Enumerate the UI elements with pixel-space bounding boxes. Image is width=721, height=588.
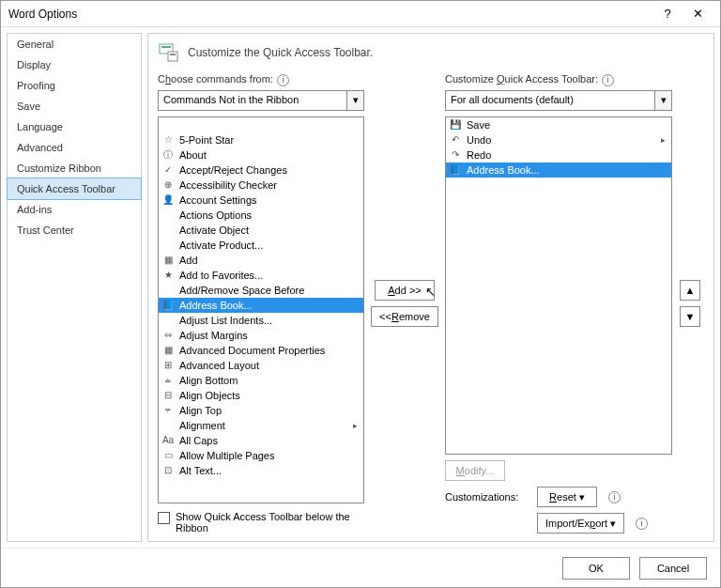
list-item[interactable]: 📘Address Book... (446, 162, 671, 178)
list-separator[interactable] (159, 117, 363, 132)
close-button[interactable]: ✕ (683, 7, 713, 21)
command-icon (161, 209, 176, 222)
command-icon (161, 224, 176, 237)
ok-button[interactable]: OK (562, 557, 630, 580)
command-label: Add/Remove Space Before (179, 285, 304, 296)
command-icon: ✓ (161, 163, 176, 177)
list-item[interactable]: ⫨Align Bottom (159, 373, 363, 388)
command-label: Redo (467, 149, 491, 161)
command-icon: ⓘ (161, 148, 176, 162)
list-item[interactable]: Activate Object (159, 223, 363, 238)
reset-button[interactable]: Reset ▾ (537, 487, 597, 507)
list-item[interactable]: ⫧Align Top (159, 403, 363, 418)
customize-qat-combo[interactable]: For all documents (default) ▾ (445, 90, 672, 111)
list-item[interactable]: 📘Address Book... (159, 298, 363, 313)
command-label: Actions Options (179, 209, 252, 221)
sidebar-item-customize-ribbon[interactable]: Customize Ribbon (8, 158, 141, 178)
info-icon[interactable]: i (277, 74, 289, 86)
list-item[interactable]: ↶Undo▸ (446, 132, 671, 147)
chevron-down-icon: ▾ (654, 91, 671, 110)
list-item[interactable]: ▭Allow Multiple Pages (159, 448, 363, 463)
list-item[interactable]: ★Add to Favorites... (159, 268, 363, 283)
command-label: Activate Object (179, 224, 249, 236)
command-label: Adjust List Indents... (179, 315, 272, 326)
list-item[interactable]: Add/Remove Space Before (159, 283, 363, 298)
command-icon (161, 419, 176, 432)
command-label: 5-Point Star (179, 134, 234, 146)
list-item[interactable]: AaAll Caps (159, 433, 363, 448)
command-label: Alt Text... (179, 465, 222, 476)
submenu-arrow-icon: ▸ (661, 135, 666, 145)
move-down-button[interactable]: ▼ (680, 306, 700, 327)
command-icon: ⫨ (161, 374, 176, 387)
svg-rect-2 (168, 52, 177, 61)
command-label: Address Book... (467, 164, 540, 176)
list-item[interactable]: Actions Options (159, 208, 363, 223)
command-label: Address Book... (179, 300, 253, 311)
list-item[interactable]: ▦Advanced Document Properties (159, 343, 363, 358)
show-below-ribbon-checkbox[interactable]: Show Quick Access Toolbar below the Ribb… (158, 511, 364, 534)
customizations-label: Customizations: (445, 491, 529, 503)
svg-rect-3 (170, 54, 176, 55)
caret-down-icon: ▾ (610, 518, 616, 530)
help-button[interactable]: ? (652, 7, 683, 21)
command-label: All Caps (179, 435, 218, 446)
choose-commands-combo[interactable]: Commands Not in the Ribbon ▾ (158, 90, 364, 111)
info-icon[interactable]: i (608, 491, 621, 503)
command-icon (161, 314, 176, 327)
command-icon: ▦ (161, 254, 176, 267)
list-item[interactable]: ☆5-Point Star (159, 132, 363, 147)
commands-source-column: Choose commands from:i Commands Not in t… (158, 73, 364, 534)
list-item[interactable]: 💾Save (446, 117, 671, 132)
sidebar-item-save[interactable]: Save (8, 96, 141, 116)
list-item[interactable]: ⇔Adjust Margins (159, 328, 363, 343)
command-icon: ↷ (448, 148, 463, 162)
titlebar: Word Options ? ✕ (1, 1, 720, 27)
sidebar-item-general[interactable]: General (8, 34, 141, 54)
list-item[interactable]: ✓Accept/Reject Changes (159, 162, 363, 178)
list-item[interactable]: ⊟Align Objects (159, 388, 363, 403)
import-export-button[interactable]: Import/Export ▾ (537, 513, 624, 534)
word-options-dialog: Word Options ? ✕ GeneralDisplayProofingS… (0, 0, 721, 588)
list-item[interactable]: ⊡Alt Text... (159, 463, 363, 478)
move-up-button[interactable]: ▲ (680, 280, 700, 301)
command-label: Align Top (179, 405, 222, 416)
list-item[interactable]: Activate Product... (159, 238, 363, 253)
add-button[interactable]: Add >>↖ (375, 280, 435, 301)
command-label: Advanced Layout (179, 360, 259, 371)
command-icon: ▭ (161, 449, 176, 462)
svg-rect-1 (161, 46, 171, 48)
sidebar-item-add-ins[interactable]: Add-ins (8, 199, 141, 220)
command-label: Alignment (179, 420, 225, 431)
list-item[interactable]: ⊞Advanced Layout (159, 358, 363, 373)
cancel-button[interactable]: Cancel (639, 557, 707, 580)
command-icon: 💾 (448, 118, 463, 132)
qat-header-icon (158, 41, 180, 64)
remove-button[interactable]: << Remove (371, 306, 438, 327)
command-label: Advanced Document Properties (179, 345, 325, 356)
list-item[interactable]: ▦Add (159, 253, 363, 268)
sidebar-item-advanced[interactable]: Advanced (8, 137, 141, 158)
info-icon[interactable]: i (636, 518, 648, 530)
list-item[interactable]: ⓘAbout (159, 147, 363, 162)
command-icon: ⊕ (161, 178, 176, 192)
command-label: About (179, 149, 207, 161)
list-item[interactable]: Alignment▸ (159, 418, 363, 433)
list-item[interactable]: ⊕Accessibility Checker (159, 178, 363, 193)
list-item[interactable]: ↷Redo (446, 147, 671, 162)
command-icon: ⫧ (161, 404, 176, 417)
sidebar-item-language[interactable]: Language (8, 116, 141, 137)
sidebar-item-quick-access-toolbar[interactable]: Quick Access Toolbar (7, 178, 142, 200)
sidebar-item-trust-center[interactable]: Trust Center (8, 220, 141, 240)
list-item[interactable]: 👤Account Settings (159, 193, 363, 208)
list-item[interactable]: Adjust List Indents... (159, 313, 363, 328)
sidebar-item-display[interactable]: Display (8, 54, 141, 75)
available-commands-list[interactable]: ☆5-Point StarⓘAbout✓Accept/Reject Change… (158, 116, 364, 504)
info-icon[interactable]: i (602, 74, 614, 86)
sidebar-item-proofing[interactable]: Proofing (8, 75, 141, 96)
current-qat-list[interactable]: 💾Save↶Undo▸↷Redo📘Address Book... (445, 116, 672, 456)
customize-qat-label: Customize Quick Access Toolbar:i (445, 73, 672, 86)
command-label: Add to Favorites... (179, 270, 263, 281)
qat-target-column: Customize Quick Access Toolbar:i For all… (445, 73, 672, 534)
command-icon: 📘 (161, 299, 176, 312)
